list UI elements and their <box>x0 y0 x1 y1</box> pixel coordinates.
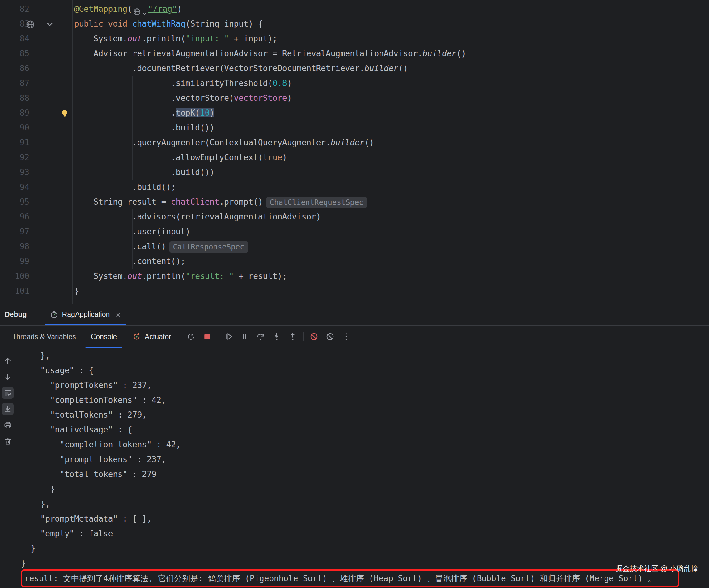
console-line: "completion_tokens" : 42, <box>21 437 709 452</box>
code-token: public void <box>74 19 132 28</box>
code-token: "input: " <box>185 34 229 43</box>
line-number: 91 <box>0 135 29 150</box>
line-number: 83 <box>0 17 29 31</box>
stop-button[interactable] <box>202 331 213 342</box>
code-token: @GetMapping <box>74 4 127 14</box>
debug-toolbar <box>185 331 352 342</box>
endpoint-chevron-icon[interactable] <box>141 6 148 13</box>
line-number: 90 <box>0 120 29 135</box>
request-mapping-gutter-icon[interactable] <box>26 19 35 28</box>
step-into-button[interactable] <box>271 331 282 342</box>
rerun-debug-button[interactable] <box>185 331 196 342</box>
code-token: true <box>263 153 282 162</box>
code-token: .vectorStore( <box>74 93 234 103</box>
code-line[interactable]: 82@GetMapping("/rag") <box>0 2 709 17</box>
tab-actuator[interactable]: Actuator <box>132 332 171 341</box>
mute-breakpoints-button[interactable] <box>309 331 320 342</box>
code-line[interactable]: 101} <box>0 283 709 298</box>
console-line: }, <box>21 348 709 363</box>
code-token: + input); <box>229 34 278 43</box>
code-line[interactable]: 97 .user(input) <box>0 224 709 239</box>
soft-wrap-toggle[interactable] <box>2 387 14 399</box>
code-line[interactable]: 99 .content(); <box>0 254 709 269</box>
prev-occurrence-button[interactable] <box>2 355 14 367</box>
console-output[interactable]: }, "usage" : { "promptTokens" : 237, "co… <box>16 348 709 588</box>
code-line[interactable]: 95 String result = chatClient.prompt()Ch… <box>0 195 709 209</box>
code-line[interactable]: 91 .queryAugmenter(ContextualQueryAugmen… <box>0 135 709 150</box>
line-number: 85 <box>0 46 29 61</box>
disable-breakpoints-button[interactable] <box>324 331 336 342</box>
code-line[interactable]: 86 .documentRetriever(VectorStoreDocumen… <box>0 61 709 76</box>
tab-console[interactable]: Console <box>83 326 124 348</box>
step-out-button[interactable] <box>287 331 298 342</box>
code-token: builder <box>364 64 398 73</box>
debug-session-tab[interactable]: RagApplication <box>43 304 129 325</box>
code-line[interactable]: 96 .advisors(retrievalAugmentationAdviso… <box>0 209 709 224</box>
print-button[interactable] <box>2 419 14 431</box>
code-token: .queryAugmenter(ContextualQueryAugmenter… <box>74 138 331 147</box>
toolbar-separator <box>217 332 218 341</box>
code-line[interactable]: 93 .build()) <box>0 165 709 180</box>
code-line[interactable]: 84 System.out.println("input: " + input)… <box>0 31 709 46</box>
code-token: ) <box>287 78 292 88</box>
code-line[interactable]: 100 System.out.println("result: " + resu… <box>0 269 709 283</box>
endpoint-globe-icon[interactable] <box>133 5 141 14</box>
toolbar-separator <box>303 332 304 341</box>
line-number: 98 <box>0 239 29 254</box>
code-line[interactable]: 90 .build()) <box>0 120 709 135</box>
step-over-button[interactable] <box>255 331 266 342</box>
tab-threads-variables-label: Threads & Variables <box>12 333 76 341</box>
code-line[interactable]: 92 .allowEmptyContext(true) <box>0 150 709 165</box>
ide-window: 82@GetMapping("/rag")83public void chatW… <box>0 0 709 588</box>
fold-chevron-icon[interactable] <box>45 19 54 28</box>
console-line: }, <box>21 496 709 511</box>
code-line[interactable]: 85 Advisor retrievalAugmentationAdvisor … <box>0 46 709 61</box>
debug-tabs-bar: Threads & Variables Console Actuator <box>0 326 709 348</box>
console-line: "promptTokens" : 237, <box>21 378 709 392</box>
intention-bulb-icon[interactable] <box>60 108 69 117</box>
scroll-to-end-toggle[interactable] <box>2 403 14 415</box>
code-token: ) <box>282 153 287 162</box>
console-line: "nativeUsage" : { <box>21 422 709 437</box>
code-line[interactable]: 87 .similarityThreshold(0.8) <box>0 76 709 91</box>
code-line[interactable]: 83public void chatWithRag(String input) … <box>0 17 709 31</box>
line-number: 97 <box>0 224 29 239</box>
code-token: ) <box>287 93 292 103</box>
console-line: "totalTokens" : 279, <box>21 407 709 422</box>
code-editor[interactable]: 82@GetMapping("/rag")83public void chatW… <box>0 0 709 304</box>
line-number: 100 <box>0 269 29 283</box>
code-token: (String input) { <box>185 19 263 28</box>
code-token: .println( <box>142 272 185 281</box>
console-toolbar <box>0 348 16 588</box>
resume-button[interactable] <box>223 331 234 342</box>
code-line[interactable]: 94 .build(); <box>0 180 709 195</box>
code-token: .allowEmptyContext( <box>74 153 263 162</box>
line-number: 93 <box>0 165 29 180</box>
tab-threads-variables[interactable]: Threads & Variables <box>5 326 83 348</box>
tab-console-label: Console <box>91 333 117 341</box>
line-number: 101 <box>0 283 29 298</box>
code-line[interactable]: 89 .topK(10) <box>0 105 709 120</box>
more-options-button[interactable] <box>341 331 352 342</box>
code-token: System. <box>74 272 127 281</box>
code-token: .prompt() <box>219 197 263 206</box>
debug-session-tab-label: RagApplication <box>62 310 110 319</box>
console-line: } <box>21 482 709 496</box>
code-token: ( <box>127 4 132 14</box>
code-token: 10 <box>200 108 210 118</box>
line-number: 99 <box>0 254 29 269</box>
clear-console-button[interactable] <box>2 435 14 447</box>
pause-button[interactable] <box>239 331 250 342</box>
code-line[interactable]: 88 .vectorStore(vectorStore) <box>0 91 709 105</box>
code-line[interactable]: 98 .call()CallResponseSpec <box>0 239 709 254</box>
code-token: ) <box>210 108 214 118</box>
code-token: String result = <box>74 197 171 206</box>
code-token: builder <box>331 138 365 147</box>
code-token: + result); <box>234 272 287 281</box>
code-token: .similarityThreshold( <box>74 78 272 88</box>
console-panel: }, "usage" : { "promptTokens" : 237, "co… <box>0 348 709 588</box>
next-occurrence-button[interactable] <box>2 371 14 383</box>
close-icon[interactable] <box>115 311 122 318</box>
code-token: .content(); <box>74 257 185 266</box>
code-token: "/rag" <box>148 4 177 14</box>
